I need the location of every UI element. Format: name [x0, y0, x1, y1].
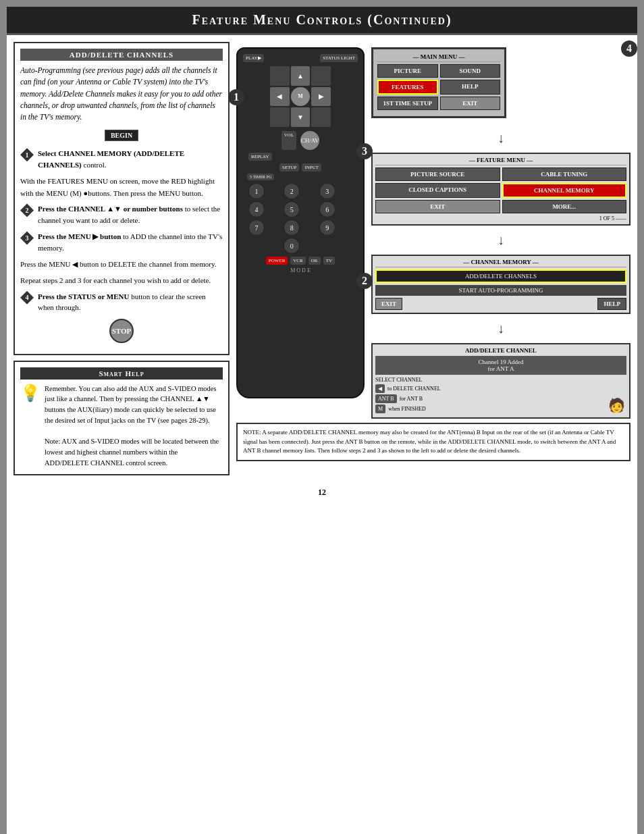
remote-control: PLAY▶ STATUS LIGHT ▲ ◀ M ▶ — [236, 47, 365, 398]
features-btn[interactable]: FEATURES — [377, 80, 438, 95]
arrow-down-2: ↓ — [371, 232, 630, 248]
timer-pg-btn[interactable]: 5 TIMER PG — [247, 174, 274, 180]
finished-label: when FINISHED — [388, 406, 426, 412]
picture-btn[interactable]: PICTURE — [377, 64, 438, 78]
add-delete-screen-title: ADD/DELETE CHANNEL — [375, 347, 626, 354]
num-3[interactable]: 3 — [319, 183, 336, 199]
help-btn[interactable]: HELP — [440, 80, 501, 95]
main-menu-screen: — MAIN MENU — PICTURE SOUND FEATURES HEL… — [371, 47, 506, 118]
num-2[interactable]: 2 — [284, 183, 300, 199]
page: Feature Menu Controls (Continued) ADD/DE… — [7, 7, 637, 834]
num-empty — [248, 238, 265, 254]
step-3-row: 3 Press the MENU ▶ button to ADD the cha… — [20, 231, 223, 253]
num-empty2 — [319, 238, 336, 254]
channel-added-box: Channel 19 Addedfor ANT A — [375, 356, 626, 375]
note-text: NOTE: A separate ADD/DELETE CHANNEL memo… — [243, 429, 616, 454]
dpad-empty-tl — [270, 66, 290, 86]
num-4[interactable]: 4 — [248, 201, 265, 217]
step-3-number: 3 — [20, 231, 34, 244]
dpad-empty-br — [311, 107, 331, 127]
cm-help-btn[interactable]: HELP — [597, 298, 626, 310]
intro-text: Auto-Programming (see previous page) add… — [20, 65, 223, 123]
smart-help-title: Smart Help — [20, 367, 223, 380]
feature-exit-btn[interactable]: EXIT — [375, 200, 500, 213]
add-delete-title: ADD/DELETE CHANNELS — [20, 49, 223, 61]
num-0[interactable]: 0 — [284, 238, 300, 254]
exit-btn[interactable]: EXIT — [440, 97, 501, 110]
step-label-2: 2 — [356, 273, 373, 289]
intro-paragraph: Auto-Programming (see previous page) add… — [20, 66, 222, 121]
num-5[interactable]: 5 — [284, 201, 300, 217]
right-panel: PLAY▶ STATUS LIGHT ▲ ◀ M ▶ — [236, 42, 630, 475]
num-6[interactable]: 6 — [319, 201, 336, 217]
step-1-content: Select CHANNEL MEMORY (ADD/DELETE CHANNE… — [38, 148, 223, 170]
dpad-left[interactable]: ◀ — [270, 87, 290, 107]
step-2-row: 2 Press the CHANNEL ▲▼ or number buttons… — [20, 203, 223, 226]
add-delete-section: ADD/DELETE CHANNELS Auto-Programming (se… — [14, 42, 230, 355]
left-arrow-btn[interactable]: ◀ — [375, 384, 385, 393]
step-3-content: Press the MENU ▶ button to ADD the chann… — [38, 231, 223, 253]
1st-time-setup-btn[interactable]: 1ST TIME SETUP — [377, 97, 438, 110]
lightbulb-icon: 💡 — [20, 384, 41, 402]
remote-numpad: 1 2 3 4 5 6 7 8 9 0 — [248, 183, 352, 254]
picture-source-btn[interactable]: PICTURE SOURCE — [375, 167, 500, 181]
step-label-4: 4 — [621, 41, 637, 57]
ch-dial[interactable]: CH/AV — [300, 131, 319, 150]
dpad-center-m[interactable]: M — [291, 87, 311, 107]
step-2-number: 2 — [20, 203, 34, 217]
arrow-down-1: ↓ — [371, 130, 630, 146]
main-menu-label: — MAIN MENU — — [377, 53, 500, 62]
tvvcr-btn[interactable]: POWER — [266, 257, 288, 265]
page-indicator: 1 OF 5 —— — [375, 215, 626, 221]
feature-menu-screen: — FEATURE MENU — PICTURE SOURCE CABLE TU… — [371, 153, 630, 226]
channel-memory-btn[interactable]: CHANNEL MEMORY — [502, 183, 627, 198]
page-header: Feature Menu Controls (Continued) — [7, 7, 637, 35]
cable-tuning-btn[interactable]: CABLE TUNING — [502, 167, 627, 181]
add-delete-channels-btn[interactable]: ADD/DELETE CHANNELS — [375, 269, 626, 283]
start-auto-prog-btn[interactable]: START AUTO-PROGRAMMING — [375, 285, 626, 296]
step-1-number: 1 — [20, 148, 34, 161]
left-panel: ADD/DELETE CHANNELS Auto-Programming (se… — [14, 42, 230, 475]
step-2-content: Press the CHANNEL ▲▼ or number buttons t… — [38, 203, 223, 226]
num-9[interactable]: 9 — [319, 219, 336, 236]
dpad-empty-bl — [270, 107, 290, 127]
step-2-main: Press the CHANNEL ▲▼ or number buttons — [38, 205, 183, 213]
replay-btn[interactable]: REPLAY — [248, 153, 272, 161]
page-number: 12 — [7, 482, 637, 503]
closed-captions-btn[interactable]: CLOSED CAPTIONS — [375, 183, 500, 198]
dpad-down[interactable]: ▼ — [291, 107, 311, 127]
channel-memory-label: — CHANNEL MEMORY — — [375, 259, 626, 267]
ok-btn[interactable]: OK — [308, 257, 321, 265]
person-icon: 🧑 — [608, 397, 625, 413]
step-4-main: Press the STATUS or MENU — [38, 292, 129, 301]
step-1-sub: With the FEATURES MENU on screen, move t… — [20, 176, 223, 199]
ant-b-btn[interactable]: ANT B — [375, 394, 397, 403]
dpad-right[interactable]: ▶ — [311, 87, 331, 107]
delete-label: to DELETE CHANNEL — [387, 386, 441, 392]
ant-b-label: for ANT B — [400, 396, 423, 402]
sound-btn[interactable]: SOUND — [440, 64, 501, 78]
select-channel-text: SELECT CHANNEL — [375, 377, 626, 383]
tv-btn[interactable]: TV — [323, 257, 335, 265]
num-1[interactable]: 1 — [248, 183, 265, 199]
vol-btn[interactable]: VOL — [281, 131, 296, 150]
dpad-up[interactable]: ▲ — [291, 66, 311, 86]
note-box: NOTE: A separate ADD/DELETE CHANNEL memo… — [236, 423, 630, 461]
num-8[interactable]: 8 — [284, 219, 300, 236]
status-light-btn[interactable]: STATUS LIGHT — [320, 54, 358, 62]
delete-row: ◀ to DELETE CHANNEL — [375, 384, 626, 393]
cm-exit-btn[interactable]: EXIT — [375, 298, 402, 310]
more-btn[interactable]: MORE... — [502, 200, 627, 213]
play-btn[interactable]: PLAY▶ — [243, 54, 264, 62]
add-delete-channel-screen: ADD/DELETE CHANNEL Channel 19 Addedfor A… — [371, 343, 630, 419]
setup-btn[interactable]: SETUP — [279, 163, 299, 172]
arrow-down-3: ↓ — [371, 321, 630, 336]
num-7[interactable]: 7 — [248, 219, 265, 236]
begin-badge: BEGIN — [105, 130, 138, 141]
m-btn[interactable]: M — [375, 405, 385, 413]
input-btn[interactable]: INPUT — [302, 163, 321, 172]
stop-badge: STOP — [109, 319, 134, 343]
vcr-btn[interactable]: VCR — [290, 257, 305, 265]
ant-b-row: ANT B for ANT B — [375, 394, 626, 403]
menus-column: — MAIN MENU — PICTURE SOUND FEATURES HEL… — [371, 47, 630, 419]
